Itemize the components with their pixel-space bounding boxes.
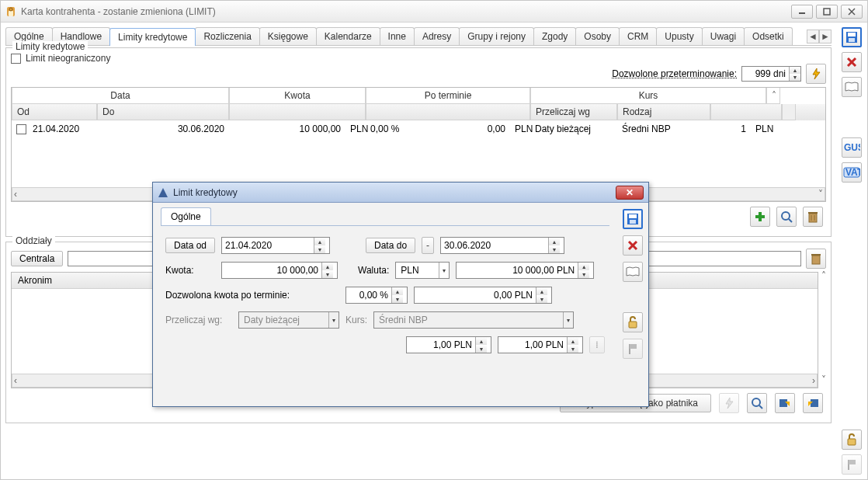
row-checkbox[interactable] — [16, 124, 26, 134]
spin-up-icon[interactable]: ▲ — [790, 67, 800, 74]
svg-marker-18 — [726, 398, 733, 409]
grid-scroll-up[interactable]: ˄ — [766, 88, 780, 104]
link-in-button[interactable] — [775, 393, 795, 413]
unlimited-label: Limit nieograniczony — [26, 53, 110, 64]
spin-down-icon[interactable]: ▼ — [790, 74, 800, 81]
main-window: Karta kontrahenta - zostanie zmieniona (… — [0, 0, 868, 480]
akronim-scroll-up[interactable]: ˄ — [821, 270, 826, 284]
dozw-val-input[interactable]: ▲▼ — [414, 287, 552, 304]
dialog-title: Limit kredytowy — [173, 187, 238, 198]
tab-upusty[interactable]: Upusty — [656, 27, 702, 45]
col-do[interactable]: Do — [97, 104, 229, 120]
delete-button[interactable] — [803, 207, 823, 227]
kwota-label: Kwota: — [165, 265, 215, 276]
centrala-button[interactable]: Centrala — [11, 251, 63, 266]
add-button[interactable] — [750, 207, 770, 227]
tab-ksiegowe[interactable]: Księgowe — [259, 27, 317, 45]
search-button[interactable] — [776, 207, 797, 227]
tabs-scroll-right[interactable]: ► — [819, 30, 832, 43]
svg-text:VAT: VAT — [845, 167, 860, 178]
rate2-input[interactable]: ▲▼ — [498, 336, 583, 353]
data-do-clear-button[interactable]: - — [422, 237, 434, 254]
dialog-cancel-button[interactable] — [623, 235, 643, 256]
svg-point-19 — [752, 398, 760, 406]
dozw-pct-input[interactable]: ▲▼ — [345, 287, 408, 304]
dialog-flag-button — [623, 339, 643, 359]
tab-inne[interactable]: Inne — [380, 27, 415, 45]
col-przeliczaj[interactable]: Przeliczaj wg — [530, 104, 617, 120]
svg-rect-12 — [809, 214, 817, 222]
dialog-tab-ogolne[interactable]: Ogólne — [161, 207, 211, 225]
col-rodzaj[interactable]: Rodzaj — [617, 104, 710, 120]
side-flag-button — [842, 454, 862, 475]
svg-rect-13 — [808, 212, 818, 214]
side-save-button[interactable] — [842, 27, 862, 47]
minimize-button[interactable] — [791, 5, 813, 19]
tab-zgody[interactable]: Zgody — [533, 27, 576, 45]
checkbox-icon — [11, 54, 21, 64]
side-gus-button[interactable]: GUS — [842, 137, 862, 158]
col-group-data: Data — [12, 88, 229, 104]
svg-rect-17 — [811, 254, 821, 256]
tabs-scroll-left[interactable]: ◄ — [807, 30, 819, 43]
tab-osoby[interactable]: Osoby — [575, 27, 620, 45]
data-do-input[interactable]: ▲▼ — [440, 237, 564, 254]
tab-grupy[interactable]: Grupy i rejony — [459, 27, 534, 45]
oddzialy-title: Oddziały — [12, 235, 55, 246]
svg-line-11 — [789, 219, 792, 222]
tab-odsetki[interactable]: Odsetki — [744, 27, 793, 45]
limit-dialog: Limit kredytowy ✕ Ogólne Data od ▲▼ Data… — [152, 182, 649, 407]
dialog-save-button[interactable] — [623, 209, 643, 229]
dialog-book-button[interactable] — [623, 262, 643, 282]
col-od[interactable]: Od — [12, 104, 97, 120]
tab-kalendarze[interactable]: Kalendarze — [316, 27, 380, 45]
svg-rect-36 — [849, 38, 855, 42]
rate1-input[interactable]: ▲▼ — [406, 336, 491, 353]
link-out-button[interactable] — [803, 393, 823, 413]
data-od-input[interactable]: ▲▼ — [221, 237, 330, 254]
kurs-label: Kurs: — [345, 315, 367, 325]
dialog-titlebar[interactable]: Limit kredytowy ✕ — [153, 183, 648, 203]
svg-rect-23 — [811, 399, 818, 407]
kurs-select: Średni NBP▾ — [373, 311, 574, 329]
bolt-button[interactable] — [806, 64, 826, 84]
close-button[interactable] — [841, 5, 863, 19]
dozw-label: Dozwolona kwota po terminie: — [165, 290, 339, 301]
search-button-2[interactable] — [747, 393, 767, 413]
tab-rozliczenia[interactable]: Rozliczenia — [195, 27, 259, 45]
oddzialy-delete-button[interactable] — [806, 249, 826, 269]
svg-marker-25 — [158, 188, 168, 197]
svg-rect-27 — [629, 214, 637, 218]
svg-rect-4 — [824, 9, 830, 15]
svg-rect-31 — [629, 322, 637, 328]
bolt-button-2[interactable] — [719, 393, 739, 413]
side-cancel-button[interactable] — [842, 52, 862, 72]
data-do-label-button[interactable]: Data do — [366, 238, 415, 253]
side-lock-button[interactable] — [842, 430, 862, 450]
kwota-input[interactable]: ▲▼ — [221, 262, 338, 279]
tab-uwagi[interactable]: Uwagi — [702, 27, 745, 45]
przeterm-spinner[interactable]: ▲▼ — [741, 66, 801, 82]
tab-adresy[interactable]: Adresy — [414, 27, 460, 45]
tab-crm[interactable]: CRM — [619, 27, 657, 45]
dialog-app-icon — [158, 187, 168, 198]
col-group-kurs: Kurs — [530, 88, 766, 104]
titlebar: Karta kontrahenta - zostanie zmieniona (… — [1, 1, 867, 23]
side-book-button[interactable] — [842, 77, 862, 97]
svg-rect-35 — [848, 33, 856, 37]
svg-rect-1 — [9, 11, 13, 16]
przeterm-input[interactable] — [742, 67, 789, 81]
tab-limity-kredytowe[interactable]: Limity kredytowe — [109, 28, 196, 46]
waluta-value-input[interactable]: ▲▼ — [456, 262, 594, 279]
maximize-button[interactable] — [816, 5, 838, 19]
unlimited-checkbox[interactable]: Limit nieograniczony — [11, 53, 826, 64]
side-vat-button[interactable]: VAT — [842, 162, 862, 183]
akronim-scroll-down[interactable]: ˅ — [821, 374, 826, 388]
dialog-lock-button[interactable] — [623, 312, 643, 332]
svg-text:GUS: GUS — [844, 142, 860, 153]
rate-extra-button: ⁞ — [589, 336, 605, 353]
waluta-select[interactable]: PLN▾ — [395, 262, 450, 279]
data-od-label-button[interactable]: Data od — [165, 238, 215, 253]
dialog-close-button[interactable]: ✕ — [616, 186, 644, 200]
table-row[interactable]: 21.04.2020 30.06.2020 10 000,00 PLN 0,00… — [12, 120, 825, 137]
